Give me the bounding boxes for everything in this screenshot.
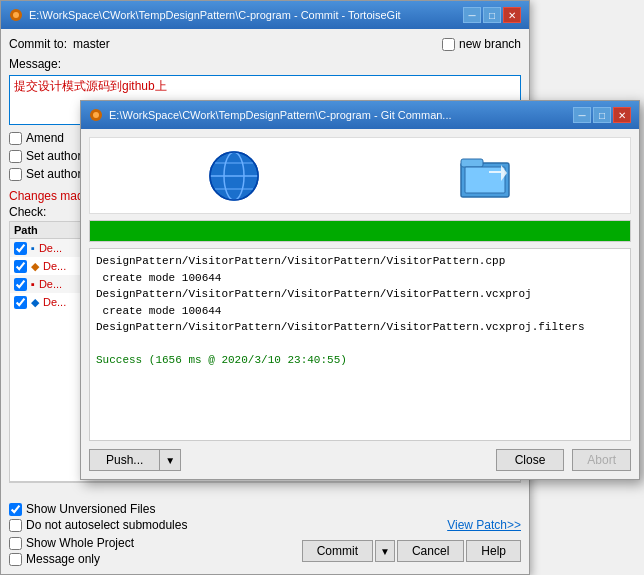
git-minimize-button[interactable]: ─ [573,107,591,123]
git-close-button[interactable]: ✕ [613,107,631,123]
commit-split-button[interactable]: ▼ [375,540,395,562]
help-button[interactable]: Help [466,540,521,562]
cancel-button[interactable]: Cancel [397,540,464,562]
git-title-text: E:\WorkSpace\CWork\TempDesignPattern\C-p… [109,109,452,121]
show-unversioned-label: Show Unversioned Files [26,502,155,516]
show-unversioned-checkbox[interactable] [9,503,22,516]
success-line: Success (1656 ms @ 2020/3/10 23:40:55) [96,352,624,369]
output-line-4: create mode 100644 [96,303,624,320]
do-not-autoselect-row: Do not autoselect submodules [9,518,187,532]
git-title-left: E:\WorkSpace\CWork\TempDesignPattern\C-p… [89,108,452,122]
file-name-3: De... [39,278,62,290]
path-column-header: Path [14,224,38,236]
bottom-action-row: Show Whole Project Message only Commit ▼… [9,536,521,566]
push-button[interactable]: Push... [89,449,159,471]
amend-checkbox[interactable] [9,132,22,145]
message-only-label: Message only [26,552,100,566]
output-line-3: DesignPattern/VisitorPattern/VisitorPatt… [96,286,624,303]
output-line-1: DesignPattern/VisitorPattern/VisitorPatt… [96,253,624,270]
file-name-2: De... [43,260,66,272]
globe-icon [206,148,266,203]
message-only-row: Message only [9,552,134,566]
git-window-body: DesignPattern/VisitorPattern/VisitorPatt… [81,129,639,479]
push-split-button[interactable]: ▼ [159,449,181,471]
bottom-left-options: Show Whole Project Message only [9,536,134,566]
svg-point-1 [13,12,19,18]
branch-value: master [73,37,110,51]
new-branch-label: new branch [459,37,521,51]
check-label: Check: [9,205,46,219]
view-patch-link[interactable]: View Patch>> [447,518,521,532]
output-area[interactable]: DesignPattern/VisitorPattern/VisitorPatt… [89,248,631,441]
commit-to-row: Commit to: master new branch [9,37,521,51]
message-only-checkbox[interactable] [9,553,22,566]
show-whole-project-label: Show Whole Project [26,536,134,550]
main-title-text: E:\WorkSpace\CWork\TempDesignPattern\C-p… [29,9,401,21]
close-button[interactable]: ✕ [503,7,521,23]
message-label: Message: [9,57,521,71]
icons-row [89,137,631,214]
git-abort-button[interactable]: Abort [572,449,631,471]
git-close-action-button[interactable]: Close [496,449,565,471]
tortoisegit-icon [9,8,23,22]
git-bottom-row: Push... ▼ Close Abort [89,449,631,471]
main-title-left: E:\WorkSpace\CWork\TempDesignPattern\C-p… [9,8,401,22]
file-checkbox-3[interactable] [14,278,27,291]
push-button-group: Push... ▼ [89,449,181,471]
show-whole-project-checkbox[interactable] [9,537,22,550]
set-author-date-checkbox[interactable] [9,168,22,181]
show-whole-project-row: Show Whole Project [9,536,134,550]
file-checkbox-2[interactable] [14,260,27,273]
restore-button[interactable]: □ [483,7,501,23]
main-title-controls: ─ □ ✕ [463,7,521,23]
do-not-autoselect-checkbox[interactable] [9,519,22,532]
git-action-buttons: Close Abort [496,449,631,471]
file-icon-2: ◆ [31,260,39,273]
commit-to-label: Commit to: [9,37,67,51]
new-branch-checkbox[interactable] [442,38,455,51]
file-checkbox-4[interactable] [14,296,27,309]
do-not-autoselect-label: Do not autoselect submodules [26,518,187,532]
output-line-2: create mode 100644 [96,270,624,287]
git-window-icon [89,108,103,122]
folder-icon [459,151,514,201]
git-restore-button[interactable]: □ [593,107,611,123]
main-title-bar: E:\WorkSpace\CWork\TempDesignPattern\C-p… [1,1,529,29]
commit-button[interactable]: Commit [302,540,373,562]
file-icon-4: ◆ [31,296,39,309]
horizontal-scrollbar[interactable] [9,482,521,494]
amend-label: Amend [26,131,64,145]
file-checkbox-1[interactable] [14,242,27,255]
amend-checkbox-row: Amend [9,131,64,145]
minimize-button[interactable]: ─ [463,7,481,23]
svg-point-3 [93,112,99,118]
show-unversioned-row: Show Unversioned Files [9,502,521,516]
file-icon-1: ▪ [31,242,35,254]
git-title-controls: ─ □ ✕ [573,107,631,123]
set-author-label: Set author [26,149,81,163]
progress-bar-fill [90,221,630,241]
action-buttons: Commit ▼ Cancel Help [302,540,521,562]
set-author-checkbox[interactable] [9,150,22,163]
file-icon-3: ▪ [31,278,35,290]
file-name-4: De... [43,296,66,308]
svg-rect-11 [461,159,483,167]
output-line-5: DesignPattern/VisitorPattern/VisitorPatt… [96,319,624,336]
git-title-bar: E:\WorkSpace\CWork\TempDesignPattern\C-p… [81,101,639,129]
progress-bar-container [89,220,631,242]
bottom-options: Show Unversioned Files Do not autoselect… [9,502,521,532]
file-name-1: De... [39,242,62,254]
git-command-window: E:\WorkSpace\CWork\TempDesignPattern\C-p… [80,100,640,480]
svg-rect-12 [465,167,505,193]
